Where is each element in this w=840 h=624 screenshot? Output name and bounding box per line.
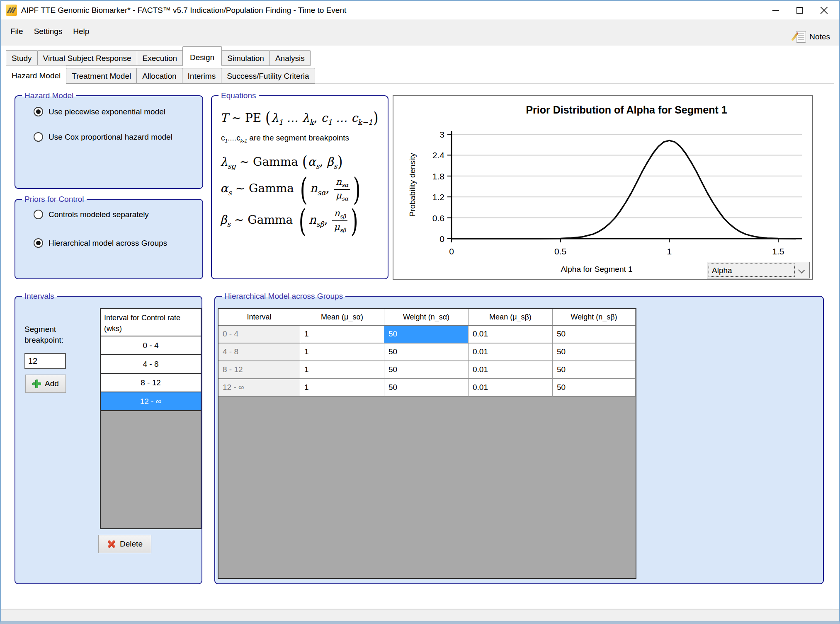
radio-option-controls-modeled-separately[interactable]: Controls modeled separately: [34, 210, 167, 219]
tab-design[interactable]: Design: [182, 46, 222, 66]
segment-breakpoint-label: Segment breakpoint:: [24, 324, 91, 345]
math-text: μ: [334, 222, 340, 232]
tab-execution[interactable]: Execution: [137, 50, 183, 66]
y-tick-label: 3: [439, 130, 444, 139]
menu-item-help[interactable]: Help: [68, 19, 95, 44]
column-header-weight-n-s: Weight (n_sβ): [553, 309, 636, 326]
tab-hazard-model[interactable]: Hazard Model: [6, 65, 66, 84]
equation-line: λsg ∼ Gamma (αs, βs): [220, 152, 382, 171]
interval-list-item[interactable]: 4 - 8: [101, 355, 201, 374]
subscript: sα: [342, 181, 348, 188]
fraction-denominator: μsβ: [334, 221, 346, 234]
menu-item-file[interactable]: File: [5, 19, 29, 44]
equations-caption: Equations: [218, 90, 259, 102]
tab-study[interactable]: Study: [6, 50, 38, 66]
maximize-button[interactable]: [788, 1, 812, 19]
value-cell[interactable]: 0.01: [469, 343, 553, 361]
interval-list-item[interactable]: 8 - 12: [101, 374, 201, 392]
math-text: ∼ Gamma: [232, 181, 298, 195]
math-text: ,: [324, 213, 332, 227]
math-text: λ: [271, 111, 279, 125]
tab-interims[interactable]: Interims: [182, 68, 222, 84]
interval-list-empty-area: [101, 411, 201, 528]
equations-group: Equations T ∼ PE (λ1 … λk, c1 … ck−1)c1.…: [211, 95, 388, 279]
x-tick-label: 1: [667, 247, 672, 256]
math-text: c: [221, 133, 225, 142]
maximize-icon: [796, 7, 803, 14]
value-cell[interactable]: 1: [300, 361, 384, 379]
math-text: are the segment breakpoints: [247, 133, 349, 142]
plot-variable-select[interactable]: Alpha: [707, 262, 810, 278]
title-bar: AIPF TTE Genomic Biomarker* - FACTS™ v5.…: [1, 1, 839, 19]
value-cell[interactable]: 0.01: [469, 361, 553, 379]
interval-list[interactable]: Interval for Control rate (wks) 0 - 44 -…: [100, 308, 202, 529]
math-text: …: [283, 111, 302, 125]
subscript: sg: [228, 162, 236, 170]
row-label-cell: 8 - 12: [218, 361, 300, 379]
equation-line: αs ∼ Gamma (nsα, nsαμsα): [220, 177, 382, 202]
paren: ): [373, 109, 379, 127]
interval-list-item[interactable]: 12 - ∞: [101, 392, 201, 411]
value-cell[interactable]: 1: [300, 343, 384, 361]
menu-bar: FileSettingsHelp Notes: [1, 19, 839, 46]
tab-success-futility-criteria[interactable]: Success/Futility Criteria: [221, 68, 315, 84]
close-button[interactable]: [812, 1, 836, 19]
selected-cell[interactable]: 50: [384, 326, 469, 343]
column-header-mean-s: Mean (μ_sβ): [469, 309, 553, 326]
y-axis-label: Probability density: [408, 152, 417, 217]
paren: (: [265, 109, 271, 127]
tab-allocation[interactable]: Allocation: [136, 68, 182, 84]
table-row: 4 - 81500.0150: [218, 343, 636, 361]
menu-item-settings[interactable]: Settings: [29, 19, 68, 44]
tab-simulation[interactable]: Simulation: [221, 50, 270, 66]
menu-items: FileSettingsHelp: [1, 19, 839, 44]
radio-label: Hierarchical model across Groups: [49, 239, 167, 248]
value-cell[interactable]: 50: [553, 379, 636, 397]
y-tick-label: 0: [439, 234, 444, 244]
delete-button-label: Delete: [120, 539, 143, 549]
priors-for-control-group: Priors for Control Controls modeled sepa…: [15, 199, 203, 279]
value-cell[interactable]: 0.01: [469, 379, 553, 397]
delete-button[interactable]: Delete: [98, 535, 151, 553]
tab-treatment-model[interactable]: Treatment Model: [66, 68, 137, 84]
value-cell[interactable]: 50: [553, 361, 636, 379]
hierarchical-model-caption: Hierarchical Model across Groups: [222, 291, 345, 302]
radio-option-use-piecewise-exponential-model[interactable]: Use piecewise exponential model: [34, 107, 172, 116]
segment-breakpoint-input[interactable]: [24, 353, 66, 369]
paren: (: [302, 152, 308, 171]
subscript: k−1: [358, 118, 373, 126]
priors-for-control-options: Controls modeled separatelyHierarchical …: [34, 210, 167, 248]
value-cell[interactable]: 50: [384, 343, 469, 361]
math-text: n: [309, 213, 316, 227]
interval-list-item[interactable]: 0 - 4: [101, 336, 201, 355]
value-cell[interactable]: 1: [300, 379, 384, 397]
add-button[interactable]: Add: [25, 375, 66, 393]
prior-distribution-chart-panel: 00.61.21.82.4300.511.5Prior Distribution…: [393, 95, 813, 280]
window-controls: [764, 1, 836, 19]
math-text: α: [220, 181, 228, 195]
hazard-model-caption: Hazard Model: [22, 90, 76, 102]
table-row: 8 - 121500.0150: [218, 361, 636, 379]
tab-analysis[interactable]: Analysis: [269, 50, 311, 66]
column-header-mean-s: Mean (μ_sα): [300, 309, 384, 326]
radio-option-hierarchical-model-across-groups[interactable]: Hierarchical model across Groups: [34, 238, 167, 248]
value-cell[interactable]: 50: [553, 326, 636, 343]
fraction-numerator: nsβ: [332, 208, 347, 221]
value-cell[interactable]: 1: [300, 326, 384, 343]
table-row: 0 - 41500.0150: [218, 326, 636, 343]
equations-body: T ∼ PE (λ1 … λk, c1 … ck−1)c1....ck-1 ar…: [212, 96, 388, 234]
value-cell[interactable]: 50: [384, 379, 469, 397]
equation-line: c1....ck-1 are the segment breakpoints: [221, 133, 382, 143]
radio-option-use-cox-proportional-hazard-model[interactable]: Use Cox proportional hazard model: [34, 132, 172, 142]
math-text: ,: [319, 155, 327, 169]
minimize-button[interactable]: [764, 1, 788, 19]
math-text: ,: [326, 181, 333, 195]
value-cell[interactable]: 0.01: [469, 326, 553, 343]
value-cell[interactable]: 50: [384, 361, 469, 379]
tab-virtual-subject-response[interactable]: Virtual Subject Response: [37, 50, 137, 66]
x-axis-label: Alpha for Segment 1: [561, 265, 632, 273]
subscript: k-1: [240, 138, 247, 143]
notes-button[interactable]: Notes: [796, 31, 830, 43]
value-cell[interactable]: 50: [553, 343, 636, 361]
table-header-row: IntervalMean (μ_sα)Weight (n_sα)Mean (μ_…: [218, 309, 636, 326]
